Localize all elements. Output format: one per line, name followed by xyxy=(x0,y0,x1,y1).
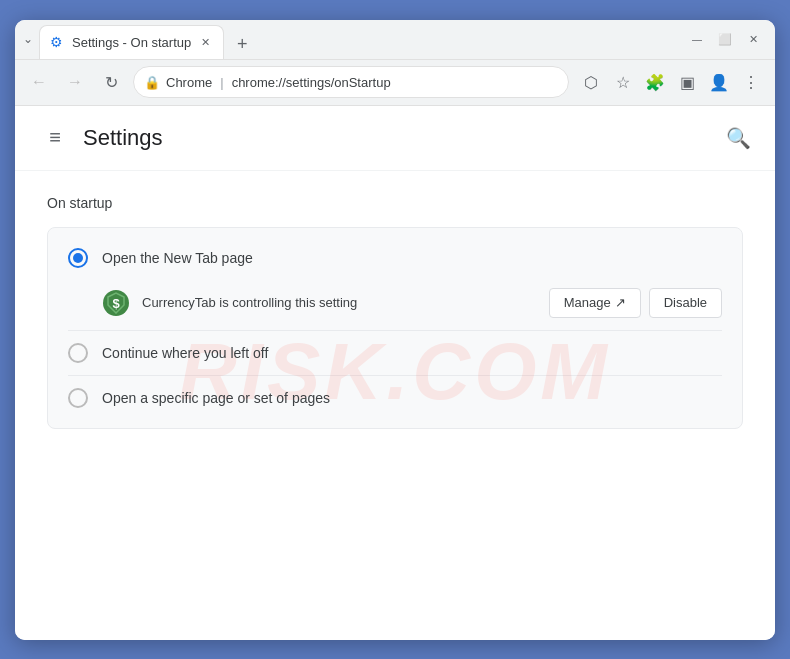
manage-button[interactable]: Manage ↗ xyxy=(549,288,641,318)
address-bar[interactable]: 🔒 Chrome | chrome://settings/onStartup xyxy=(133,66,569,98)
browser-window: ⌄ ⚙ Settings - On startup ✕ + ← → ↻ 🔒 Ch… xyxy=(15,20,775,640)
tab-title: Settings - On startup xyxy=(72,35,191,50)
currencytab-icon: $ xyxy=(102,289,130,317)
maximize-button[interactable] xyxy=(715,29,735,49)
on-startup-section: On startup RISK.COM Open the New Tab pag… xyxy=(15,171,775,453)
hamburger-menu-icon[interactable]: ≡ xyxy=(39,122,71,154)
settings-page-title: Settings xyxy=(83,125,163,151)
window-controls xyxy=(687,29,767,49)
radio-inner-new-tab xyxy=(73,253,83,263)
extension-puzzle-button[interactable]: 🧩 xyxy=(641,68,669,96)
settings-main: ≡ Settings 🔍 On startup RISK.COM Op xyxy=(15,106,775,640)
menu-button[interactable]: ⋮ xyxy=(737,68,765,96)
forward-button[interactable]: → xyxy=(61,68,89,96)
refresh-button[interactable]: ↻ xyxy=(97,68,125,96)
section-title: On startup xyxy=(47,195,743,211)
address-path: chrome://settings/onStartup xyxy=(232,75,391,90)
tab-close-button[interactable]: ✕ xyxy=(197,34,213,50)
option-continue-label: Continue where you left off xyxy=(102,345,268,361)
new-tab-button[interactable]: + xyxy=(228,31,256,59)
radio-continue[interactable] xyxy=(68,343,88,363)
option-continue-row[interactable]: Continue where you left off xyxy=(48,331,742,375)
options-card: RISK.COM Open the New Tab page $ xyxy=(47,227,743,429)
disable-label: Disable xyxy=(664,295,707,310)
title-bar: ⌄ ⚙ Settings - On startup ✕ + xyxy=(15,20,775,60)
radio-new-tab[interactable] xyxy=(68,248,88,268)
back-button[interactable]: ← xyxy=(25,68,53,96)
toolbar-icons: ⬡ ☆ 🧩 ▣ 👤 ⋮ xyxy=(577,68,765,96)
option-specific-row[interactable]: Open a specific page or set of pages xyxy=(48,376,742,420)
settings-header: ≡ Settings 🔍 xyxy=(15,106,775,171)
sidebar-button[interactable]: ▣ xyxy=(673,68,701,96)
chrome-label: Chrome xyxy=(166,75,212,90)
option-new-tab-label: Open the New Tab page xyxy=(102,250,253,266)
active-tab[interactable]: ⚙ Settings - On startup ✕ xyxy=(39,25,224,59)
option-new-tab-row[interactable]: Open the New Tab page xyxy=(48,236,742,280)
svg-text:$: $ xyxy=(112,296,120,311)
close-button[interactable] xyxy=(743,29,763,49)
toolbar: ← → ↻ 🔒 Chrome | chrome://settings/onSta… xyxy=(15,60,775,106)
share-button[interactable]: ⬡ xyxy=(577,68,605,96)
settings-search-icon[interactable]: 🔍 xyxy=(726,126,751,150)
tab-area: ⚙ Settings - On startup ✕ + xyxy=(39,20,687,59)
tab-favicon: ⚙ xyxy=(50,34,66,50)
page-content: ≡ Settings 🔍 On startup RISK.COM Op xyxy=(15,106,775,640)
lock-icon: 🔒 xyxy=(144,75,160,90)
extension-control-row: $ CurrencyTab is controlling this settin… xyxy=(48,280,742,330)
external-link-icon: ↗ xyxy=(615,295,626,310)
address-separator: | xyxy=(220,75,223,90)
extension-control-text: CurrencyTab is controlling this setting xyxy=(142,295,537,310)
extension-buttons: Manage ↗ Disable xyxy=(549,288,722,318)
bookmark-button[interactable]: ☆ xyxy=(609,68,637,96)
profile-button[interactable]: 👤 xyxy=(705,68,733,96)
minimize-button[interactable] xyxy=(687,29,707,49)
manage-label: Manage xyxy=(564,295,611,310)
tab-strip-menu[interactable]: ⌄ xyxy=(23,32,33,46)
radio-specific[interactable] xyxy=(68,388,88,408)
disable-button[interactable]: Disable xyxy=(649,288,722,318)
option-specific-label: Open a specific page or set of pages xyxy=(102,390,330,406)
settings-header-left: ≡ Settings xyxy=(39,122,163,154)
